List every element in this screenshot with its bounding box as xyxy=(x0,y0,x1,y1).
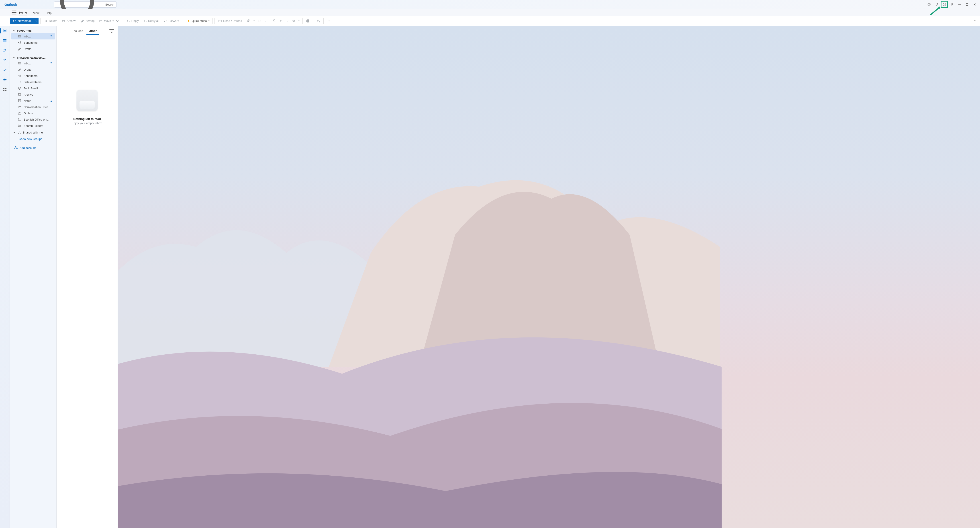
snooze-dropdown[interactable] xyxy=(286,20,289,22)
nav-toggle-button[interactable] xyxy=(11,10,17,16)
go-to-groups-link[interactable]: Go to new Groups xyxy=(10,135,56,143)
read-unread-button[interactable]: Read / Unread xyxy=(216,18,244,24)
folder-pane: Favourites Inbox 2 Sent Items Drafts lin… xyxy=(10,26,57,528)
archive-button[interactable]: Archive xyxy=(60,18,78,24)
undo-icon xyxy=(317,19,320,23)
add-account-icon xyxy=(14,146,18,150)
rules-button[interactable] xyxy=(290,18,297,24)
reply-all-label: Reply all xyxy=(148,19,159,22)
inbox-icon xyxy=(18,62,21,65)
add-account-button[interactable]: Add account xyxy=(10,143,56,150)
folder-search-folders[interactable]: Search Folders xyxy=(11,123,55,129)
chevron-down-icon xyxy=(264,20,267,22)
rail-people[interactable] xyxy=(1,46,9,54)
svg-rect-34 xyxy=(5,90,6,91)
svg-rect-32 xyxy=(5,88,6,89)
meet-now-icon xyxy=(928,3,931,6)
new-email-dropdown[interactable] xyxy=(34,18,38,24)
new-email-button[interactable]: New email xyxy=(10,19,34,23)
clock-icon xyxy=(280,19,283,23)
empty-subtitle: Enjoy your empty inbox. xyxy=(72,121,103,125)
svg-rect-39 xyxy=(18,93,21,94)
folder-inbox-fav[interactable]: Inbox 2 xyxy=(11,33,55,40)
sweep-button[interactable]: Sweep xyxy=(79,18,97,24)
svg-point-45 xyxy=(19,131,20,132)
print-button[interactable] xyxy=(304,18,311,24)
draft-icon xyxy=(18,68,21,71)
snooze-button[interactable] xyxy=(278,18,285,24)
tab-other[interactable]: Other xyxy=(86,29,99,35)
inbox-icon xyxy=(18,35,21,38)
close-button[interactable] xyxy=(971,1,978,8)
tab-focused[interactable]: Focused xyxy=(70,29,86,35)
filter-icon xyxy=(109,28,115,34)
search-input[interactable]: Search xyxy=(54,2,116,8)
tab-home[interactable]: Home xyxy=(19,11,27,16)
folder-label: Sent Items xyxy=(24,74,37,78)
quick-steps-button[interactable]: Quick steps xyxy=(185,18,213,24)
reply-button[interactable]: Reply xyxy=(125,18,140,24)
folder-inbox[interactable]: Inbox2 xyxy=(11,60,55,66)
tips-button[interactable] xyxy=(948,1,956,8)
folder-sent-fav[interactable]: Sent Items xyxy=(11,40,55,46)
notifications-button[interactable] xyxy=(933,1,940,8)
undo-button[interactable] xyxy=(315,18,321,24)
folder-count: 2 xyxy=(50,35,52,38)
folder-label: Sent Items xyxy=(24,41,37,45)
favourites-header[interactable]: Favourites xyxy=(10,28,56,33)
chevron-down-icon xyxy=(35,20,37,22)
rail-mail[interactable] xyxy=(1,27,9,35)
folder-notes[interactable]: Notes1 xyxy=(11,97,55,104)
flag-button[interactable] xyxy=(256,18,263,24)
svg-rect-33 xyxy=(3,90,5,91)
svg-point-21 xyxy=(328,21,328,21)
close-icon xyxy=(973,3,977,6)
settings-button[interactable] xyxy=(941,1,948,8)
categorize-dropdown[interactable] xyxy=(252,20,256,22)
shared-header[interactable]: Shared with me xyxy=(10,130,56,135)
tab-view[interactable]: View xyxy=(33,11,40,16)
reply-all-icon xyxy=(143,19,147,23)
folder-outbox[interactable]: Outbox xyxy=(11,110,55,116)
rail-calendar[interactable] xyxy=(1,37,9,45)
tab-help[interactable]: Help xyxy=(46,11,52,16)
account-header[interactable]: linh.dao@texaport.... xyxy=(10,55,56,60)
rail-todo[interactable] xyxy=(1,66,9,74)
folder-drafts-fav[interactable]: Drafts xyxy=(11,46,55,52)
rail-groups[interactable] xyxy=(1,56,9,64)
delete-button[interactable]: Delete xyxy=(42,18,59,24)
svg-rect-14 xyxy=(219,20,221,22)
folder-drafts[interactable]: Drafts xyxy=(11,66,55,73)
search-placeholder: Search xyxy=(105,3,114,6)
folder-junk[interactable]: Junk Email xyxy=(11,85,55,91)
more-button[interactable] xyxy=(325,18,332,24)
reply-all-button[interactable]: Reply all xyxy=(142,18,161,24)
folder-scottish-office[interactable]: Scottish Office em... xyxy=(11,116,55,123)
rail-onedrive[interactable] xyxy=(1,76,9,84)
flag-icon xyxy=(258,19,261,23)
filter-button[interactable] xyxy=(109,28,115,34)
folder-archive[interactable]: Archive xyxy=(11,91,55,97)
folder-deleted[interactable]: Deleted Items xyxy=(11,79,55,85)
folder-label: Drafts xyxy=(24,68,32,71)
meet-now-button[interactable] xyxy=(926,1,933,8)
forward-button[interactable]: Forward xyxy=(162,18,181,24)
rail-apps[interactable] xyxy=(1,86,9,94)
ellipsis-icon xyxy=(327,19,331,23)
maximize-button[interactable] xyxy=(964,1,970,8)
folder-label: Notes xyxy=(24,99,31,102)
mail-icon xyxy=(3,29,7,33)
ribbon-expand-button[interactable] xyxy=(972,18,978,24)
svg-rect-12 xyxy=(13,20,16,22)
folder-count: 2 xyxy=(50,62,52,65)
rules-dropdown[interactable] xyxy=(298,20,301,22)
flag-dropdown[interactable] xyxy=(264,20,267,22)
categorize-button[interactable] xyxy=(245,18,251,24)
folder-conversation-history[interactable]: Conversation Histo... xyxy=(11,104,55,110)
svg-point-44 xyxy=(20,125,21,126)
maximize-icon xyxy=(965,3,969,6)
folder-sent[interactable]: Sent Items xyxy=(11,73,55,79)
pin-button[interactable] xyxy=(271,18,277,24)
move-to-button[interactable]: Move to xyxy=(97,18,121,24)
minimize-button[interactable] xyxy=(956,1,963,8)
